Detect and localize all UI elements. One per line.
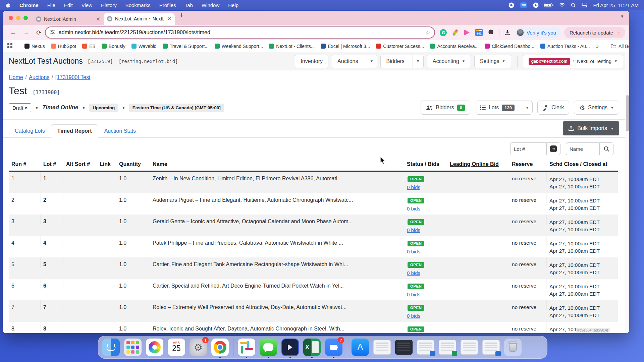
- menubar-item-history[interactable]: History: [101, 2, 117, 8]
- nav-button-auctions[interactable]: Auctions▼: [332, 55, 377, 68]
- dock-launchpad-icon[interactable]: [124, 339, 142, 356]
- lots-dropdown-caret[interactable]: ▼: [522, 101, 533, 115]
- menubar-item-tab[interactable]: Tab: [185, 2, 193, 8]
- bookmark-item[interactable]: Bonusly: [102, 44, 125, 49]
- menubar-item-help[interactable]: Help: [228, 2, 238, 8]
- draft-status-button[interactable]: Draft▶: [9, 103, 31, 112]
- bids-link[interactable]: 0 bids: [407, 227, 444, 233]
- bookmark-item[interactable]: Auction Tasks - Au...: [540, 44, 590, 49]
- browser-tab-1[interactable]: NextLot::Admin ✕: [33, 13, 104, 25]
- dock-thumb-window[interactable]: [373, 339, 391, 356]
- auction-settings-button[interactable]: ⚙ Settings ▼: [574, 101, 619, 115]
- relaunch-to-update-button[interactable]: Relaunch to update ⋮: [564, 27, 625, 38]
- dock-thumb-window[interactable]: [482, 339, 500, 356]
- search-button[interactable]: [599, 142, 613, 155]
- bookmark-item[interactable]: Wavebid: [131, 44, 157, 49]
- play-menubar-icon[interactable]: [533, 2, 539, 8]
- site-settings-icon[interactable]: [50, 29, 55, 36]
- dock-thumb-window[interactable]: [417, 339, 434, 356]
- address-bar[interactable]: admin.nextlot.bid/siteadm/2212519/auctio…: [45, 26, 435, 39]
- bids-link[interactable]: 0 bids: [407, 270, 444, 276]
- new-tab-button[interactable]: +: [179, 11, 184, 19]
- menubar-item-file[interactable]: File: [47, 2, 55, 8]
- bookmarks-overflow-icon[interactable]: »: [596, 43, 599, 49]
- chrome-menu-icon[interactable]: ⋮: [616, 29, 622, 36]
- nav-button-accounting[interactable]: Accounting▼: [427, 55, 471, 68]
- nav-button-bidders[interactable]: Bidders▼: [380, 55, 423, 68]
- dock-zoom-icon[interactable]: 7: [325, 339, 342, 356]
- bookmark-item[interactable]: EB: [82, 44, 96, 49]
- bids-link[interactable]: 0 bids: [407, 184, 444, 190]
- dock-screenshare-icon[interactable]: [281, 339, 299, 356]
- name-search-input[interactable]: [566, 142, 599, 155]
- counter-extension-icon[interactable]: 141: [475, 29, 483, 36]
- menubar-clock[interactable]: Fri Apr 25 11:21 AM: [593, 2, 639, 8]
- bookmark-star-icon[interactable]: ☆: [425, 29, 430, 36]
- bids-link[interactable]: 0 bids: [407, 249, 444, 254]
- close-window-button[interactable]: [9, 16, 13, 20]
- forward-button[interactable]: →: [23, 29, 30, 36]
- user-account-button[interactable]: gabi@nextlot.com ≈ NextLot Testing ▼: [523, 55, 623, 68]
- back-button[interactable]: ←: [10, 29, 16, 36]
- bookmark-item[interactable]: Nexus: [24, 44, 45, 49]
- all-bookmarks-folder[interactable]: All Bookmarks: [611, 44, 629, 49]
- verify-its-you-button[interactable]: Verify it's you: [515, 27, 561, 38]
- column-header[interactable]: Leading Online Bid: [447, 159, 509, 171]
- tab-auction-stats[interactable]: Auction Stats: [98, 125, 142, 137]
- pink-extension-icon[interactable]: [463, 29, 471, 36]
- chevron-down-icon[interactable]: ▼: [366, 55, 377, 68]
- dock-trash-icon[interactable]: [504, 339, 522, 356]
- minimize-window-button[interactable]: [16, 16, 20, 20]
- bids-link[interactable]: 0 bids: [407, 313, 444, 319]
- downloads-icon[interactable]: [504, 29, 511, 36]
- screen-record-icon[interactable]: [508, 2, 514, 8]
- bookmark-item[interactable]: NextLot - Clients...: [269, 44, 315, 49]
- bookmark-item[interactable]: Weekend Support...: [215, 44, 263, 49]
- tab-timed-report[interactable]: Timed Report: [51, 124, 98, 138]
- tab1-close-icon[interactable]: ✕: [96, 16, 100, 22]
- dock-thumb-window[interactable]: [439, 339, 456, 356]
- breadcrumb-auction[interactable]: [1731900] Test: [55, 74, 91, 80]
- bulk-imports-button[interactable]: Bulk Imports ▼: [563, 121, 619, 135]
- menubar-item-window[interactable]: Window: [202, 2, 219, 8]
- wifi-icon[interactable]: [559, 3, 565, 7]
- go-to-lot-button[interactable]: ➜: [546, 142, 560, 155]
- dock-settings-icon[interactable]: ⚙1: [190, 339, 207, 356]
- dock-finder-icon[interactable]: [102, 339, 120, 356]
- dock-photos-icon[interactable]: [146, 339, 163, 356]
- menubar-item-chrome[interactable]: Chrome: [19, 2, 39, 8]
- menubar-item-profiles[interactable]: Profiles: [159, 2, 176, 8]
- dock-slack-icon[interactable]: [238, 339, 255, 356]
- tab-search-icon[interactable]: ▼: [619, 13, 626, 20]
- browser-tab-2-active[interactable]: NextLot::Admin ~ NextLot Te ✕: [104, 13, 175, 25]
- nav-button-inventory[interactable]: Inventory: [295, 55, 328, 68]
- lot-number-input[interactable]: [510, 142, 546, 155]
- dock-chrome-icon[interactable]: [211, 339, 229, 356]
- nav-button-settings[interactable]: Settings▼: [474, 55, 511, 68]
- bookmark-item[interactable]: Customer Sucess...: [376, 44, 424, 49]
- menubar-item-edit[interactable]: Edit: [64, 2, 73, 8]
- bookmark-item[interactable]: Excel | Microsoft 3...: [321, 44, 370, 49]
- chevron-down-icon[interactable]: ▼: [413, 55, 423, 68]
- scrollbar-thumb[interactable]: [626, 95, 629, 131]
- bidders-button[interactable]: Bidders 0: [421, 101, 470, 115]
- dock-thumb-window[interactable]: [461, 339, 478, 356]
- dock-excel-icon[interactable]: X: [303, 339, 321, 356]
- bookmark-item[interactable]: Travel & Support...: [163, 44, 209, 49]
- fullscreen-window-button[interactable]: [23, 16, 28, 20]
- apps-grid-icon[interactable]: [7, 43, 12, 49]
- extensions-puzzle-icon[interactable]: [487, 29, 495, 36]
- page-scrollbar[interactable]: [625, 52, 629, 333]
- tab-catalog-lots[interactable]: Catalog Lots: [9, 125, 51, 137]
- breadcrumb-home[interactable]: Home: [9, 74, 23, 80]
- breadcrumb-auctions[interactable]: Auctions: [29, 74, 49, 80]
- clerk-button[interactable]: Clerk: [537, 101, 569, 115]
- bookmark-item[interactable]: Accounts Receiva...: [430, 44, 479, 49]
- pen-extension-icon[interactable]: [451, 29, 459, 36]
- window-controls[interactable]: [9, 16, 28, 20]
- dock-appstore-icon[interactable]: A: [352, 339, 369, 356]
- bookmark-item[interactable]: HubSpot: [51, 44, 76, 49]
- menubar-item-bookmarks[interactable]: Bookmarks: [125, 2, 151, 8]
- bids-link[interactable]: 0 bids: [407, 292, 444, 297]
- zoom-menubar-icon[interactable]: zm: [520, 2, 527, 8]
